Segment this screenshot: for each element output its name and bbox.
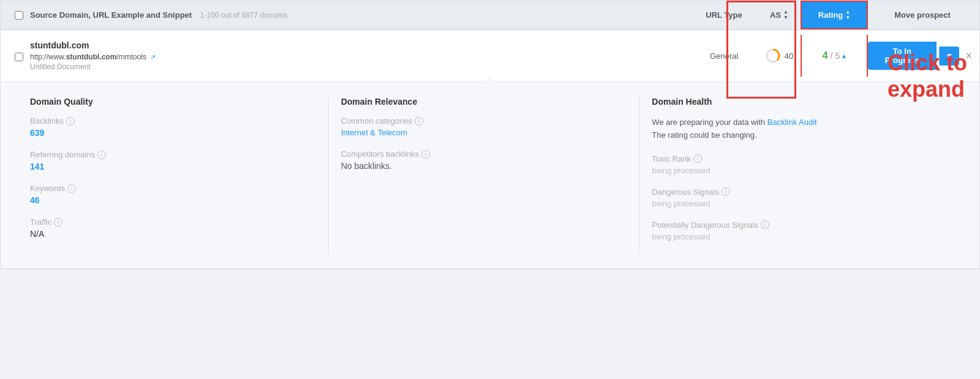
referring-domains-label: Referring domains i xyxy=(30,150,316,159)
potentially-dangerous-value: being processed xyxy=(652,232,938,241)
as-donut-icon xyxy=(765,48,781,64)
detail-panel: Domain Quality Backlinks i 639 Referring… xyxy=(1,82,979,269)
keywords-item: Keywords i 46 xyxy=(30,184,316,205)
common-categories-info-icon[interactable]: i xyxy=(415,117,423,126)
backlinks-item: Backlinks i 639 xyxy=(30,116,316,138)
referring-domains-info-icon[interactable]: i xyxy=(97,151,106,159)
table-header: Source Domain, URL Example and Snippet 1… xyxy=(1,1,979,30)
competitors-backlinks-value: No backlinks. xyxy=(341,161,627,171)
potentially-dangerous-label: Potentially Dangerous Signals i xyxy=(652,220,938,230)
row-as: 40 xyxy=(758,48,801,64)
row-rating[interactable]: 4 / 5 ▴ xyxy=(801,35,868,77)
rating-sort-icon[interactable]: ▲ ▼ xyxy=(845,10,850,20)
competitors-backlinks-item: Competitors backlinks i No backlinks. xyxy=(341,149,627,171)
backlinks-info-icon[interactable]: i xyxy=(66,117,75,126)
as-column-header[interactable]: AS ▲ ▼ xyxy=(758,10,801,20)
dangerous-signals-info-icon[interactable]: i xyxy=(722,187,730,196)
detail-columns: Domain Quality Backlinks i 639 Referring… xyxy=(30,97,950,253)
toxic-rank-item: Toxic Rank i being processed xyxy=(652,154,938,175)
keywords-value[interactable]: 46 xyxy=(30,195,316,205)
rating-slash: / xyxy=(831,51,833,61)
dangerous-signals-item: Dangerous Signals i being processed xyxy=(652,187,938,208)
health-title: Domain Health xyxy=(652,97,938,107)
keywords-label: Keywords i xyxy=(30,184,316,193)
relevance-title: Domain Relevance xyxy=(341,97,627,107)
health-preparing-text: We are preparing your data with Backlink… xyxy=(652,116,938,142)
row-checkbox-cell[interactable] xyxy=(8,50,30,61)
competitors-backlinks-label: Competitors backlinks i xyxy=(341,149,627,159)
referring-domains-value[interactable]: 141 xyxy=(30,162,316,171)
traffic-value: N/A xyxy=(30,229,316,239)
close-row-button[interactable]: × xyxy=(965,50,972,62)
domain-relevance-col: Domain Relevance Common categories i Int… xyxy=(329,97,640,253)
source-column-header: Source Domain, URL Example and Snippet 1… xyxy=(30,10,690,20)
backlinks-label: Backlinks i xyxy=(30,116,316,126)
domain-health-col: Domain Health We are preparing your data… xyxy=(639,97,950,253)
domain-subtitle: Untitled Document xyxy=(30,62,690,71)
quality-title: Domain Quality xyxy=(30,97,316,107)
row-checkbox[interactable] xyxy=(15,53,23,61)
traffic-info-icon[interactable]: i xyxy=(54,218,62,227)
rating-column-header[interactable]: Rating ▲ ▼ xyxy=(801,1,868,29)
detail-arrow xyxy=(485,76,495,82)
potentially-dangerous-item: Potentially Dangerous Signals i being pr… xyxy=(652,220,938,241)
row-url-type: General xyxy=(690,51,758,61)
dangerous-signals-value: being processed xyxy=(652,199,938,208)
traffic-label: Traffic i xyxy=(30,217,316,227)
to-in-progress-button[interactable]: To In Progress xyxy=(868,42,937,70)
rating-number: 4 xyxy=(823,50,828,61)
common-categories-item: Common categories i Internet & Telecom xyxy=(341,116,627,137)
toxic-rank-label: Toxic Rank i xyxy=(652,154,938,163)
domain-quality-col: Domain Quality Backlinks i 639 Referring… xyxy=(30,97,329,253)
move-column-header: Move prospect xyxy=(868,10,972,20)
row-source: stuntdubl.com http://www.stuntdubl.com/m… xyxy=(30,40,690,71)
common-categories-value[interactable]: Internet & Telecom xyxy=(341,128,627,137)
toxic-rank-info-icon[interactable]: i xyxy=(693,154,702,163)
to-in-progress-dropdown-button[interactable]: ▼ xyxy=(939,47,960,66)
external-link-icon[interactable]: ↗ xyxy=(150,53,156,61)
url-type-column-header: URL Type xyxy=(690,10,758,20)
domain-name[interactable]: stuntdubl.com xyxy=(30,40,690,50)
common-categories-label: Common categories i xyxy=(341,116,627,126)
potentially-dangerous-info-icon[interactable]: i xyxy=(761,220,769,229)
dangerous-signals-label: Dangerous Signals i xyxy=(652,187,938,197)
rating-chevron-icon[interactable]: ▴ xyxy=(842,51,846,60)
keywords-info-icon[interactable]: i xyxy=(67,184,76,193)
backlink-audit-link[interactable]: Backlink Audit xyxy=(767,118,817,127)
traffic-item: Traffic i N/A xyxy=(30,217,316,239)
rating-display: 4 / 5 ▴ xyxy=(823,50,846,61)
domain-row: stuntdubl.com http://www.stuntdubl.com/m… xyxy=(1,30,979,82)
rating-max: 5 xyxy=(835,51,840,61)
header-checkbox-cell[interactable] xyxy=(8,11,30,20)
competitors-backlinks-info-icon[interactable]: i xyxy=(421,150,430,159)
domain-url: http://www.stuntdubl.com/mmtools ↗ xyxy=(30,53,690,61)
as-value: 40 xyxy=(785,51,793,61)
main-table: Source Domain, URL Example and Snippet 1… xyxy=(0,0,980,269)
as-sort-icon[interactable]: ▲ ▼ xyxy=(783,10,788,20)
toxic-rank-value: being processed xyxy=(652,166,938,175)
row-move-buttons: To In Progress ▼ × xyxy=(868,42,972,70)
referring-domains-item: Referring domains i 141 xyxy=(30,150,316,171)
select-all-checkbox[interactable] xyxy=(15,11,23,20)
backlinks-value[interactable]: 639 xyxy=(30,128,316,138)
